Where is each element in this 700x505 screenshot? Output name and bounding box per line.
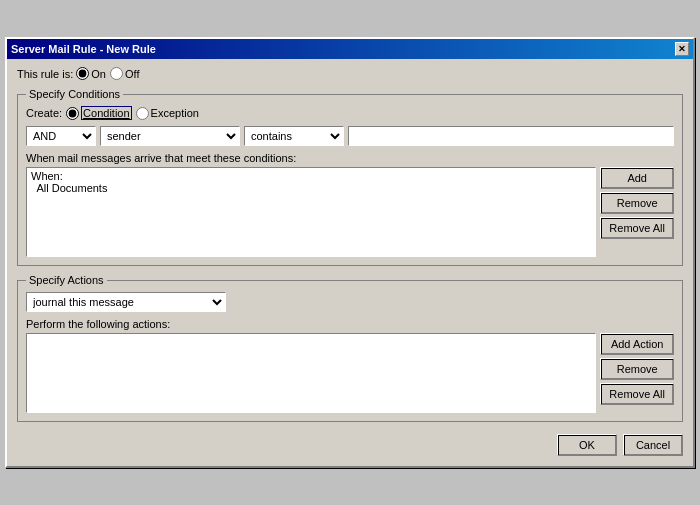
on-radio[interactable] [76,67,89,80]
on-radio-label[interactable]: On [76,67,106,80]
actions-listbox[interactable] [26,333,596,413]
actions-btn-col: Add Action Remove Remove All [600,333,674,413]
filter-row: AND OR sender recipient subject body con… [26,126,674,146]
add-action-button[interactable]: Add Action [600,333,674,355]
exception-radio-label[interactable]: Exception [136,107,199,120]
actions-group-title: Specify Actions [26,274,107,286]
action-dropdown-row: journal this message forward to reply wi… [26,292,674,312]
specify-actions-group: Specify Actions journal this message for… [17,274,683,422]
close-button[interactable]: ✕ [675,42,689,56]
exception-label: Exception [151,107,199,119]
comparison-select[interactable]: contains does not contain starts with en… [244,126,344,146]
ok-button[interactable]: OK [557,434,617,456]
conditions-area: When: All Documents Add Remove Remove Al… [26,167,674,257]
actions-list-col [26,333,596,413]
conditions-btn-col: Add Remove Remove All [600,167,674,257]
value-input[interactable] [348,126,674,146]
off-radio-label[interactable]: Off [110,67,139,80]
conditions-remove-all-button[interactable]: Remove All [600,217,674,239]
specify-conditions-group: Specify Conditions Create: Condition Exc… [17,88,683,266]
actions-area: Add Action Remove Remove All [26,333,674,413]
cancel-button[interactable]: Cancel [623,434,683,456]
conditions-label: When mail messages arrive that meet thes… [26,152,674,164]
window-title: Server Mail Rule - New Rule [11,43,156,55]
bottom-buttons: OK Cancel [17,430,683,458]
conditions-remove-button[interactable]: Remove [600,192,674,214]
rule-status-row: This rule is: On Off [17,67,683,80]
field-select[interactable]: sender recipient subject body [100,126,240,146]
conditions-group-title: Specify Conditions [26,88,123,100]
condition-radio[interactable] [66,107,79,120]
on-label: On [91,68,106,80]
conditions-listbox[interactable]: When: All Documents [26,167,596,257]
create-label: Create: [26,107,62,119]
dialog-window: Server Mail Rule - New Rule ✕ This rule … [5,37,695,468]
dialog-body: This rule is: On Off Specify Conditions … [7,59,693,466]
title-bar: Server Mail Rule - New Rule ✕ [7,39,693,59]
action-select[interactable]: journal this message forward to reply wi… [26,292,226,312]
off-radio[interactable] [110,67,123,80]
off-label: Off [125,68,139,80]
conditions-list-col: When: All Documents [26,167,596,257]
exception-radio[interactable] [136,107,149,120]
condition-radio-label[interactable]: Condition [66,106,131,120]
actions-remove-button[interactable]: Remove [600,358,674,380]
condition-label: Condition [81,106,131,120]
create-row: Create: Condition Exception [26,106,674,120]
conditions-add-button[interactable]: Add [600,167,674,189]
operator-select[interactable]: AND OR [26,126,96,146]
actions-remove-all-button[interactable]: Remove All [600,383,674,405]
rule-status-label: This rule is: [17,68,73,80]
actions-label: Perform the following actions: [26,318,674,330]
